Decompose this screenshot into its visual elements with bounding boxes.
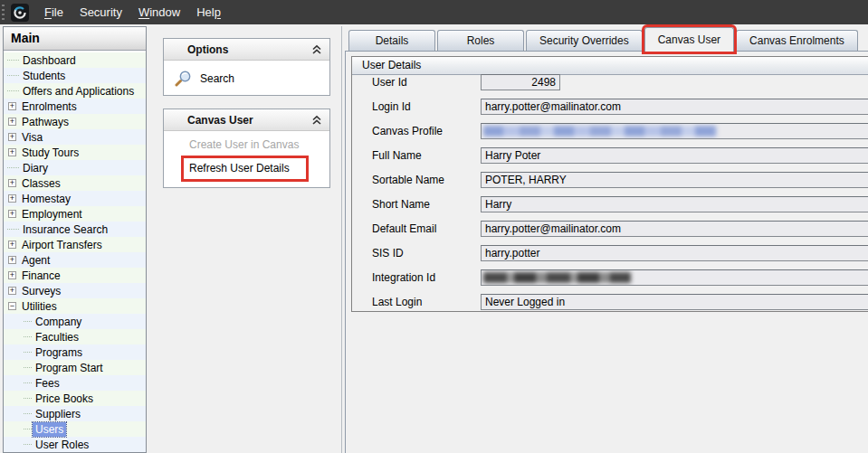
menu-bar: FileSecurityWindowHelp: [0, 0, 868, 24]
tab-details[interactable]: Details: [348, 30, 435, 52]
tree-item-label: Employment: [19, 207, 85, 222]
tab-strip: DetailsRolesSecurity OverridesCanvas Use…: [348, 27, 868, 52]
full-name-label: Full Name: [372, 149, 422, 162]
short-name-input[interactable]: Harry: [481, 196, 868, 212]
collapse-icon[interactable]: −: [8, 302, 16, 310]
expand-icon[interactable]: +: [8, 194, 16, 203]
tree-connector: [7, 229, 19, 230]
tree-item-visa[interactable]: +Visa: [4, 129, 146, 145]
tab-security-overrides[interactable]: Security Overrides: [526, 30, 643, 52]
menu-window[interactable]: Window: [130, 2, 188, 23]
tree-item-insurance-search[interactable]: Insurance Search: [4, 222, 146, 237]
tree-item-offers-and-applications[interactable]: Offers and Applications: [4, 83, 146, 99]
search-action[interactable]: Search: [164, 61, 329, 95]
tree-connector: [24, 352, 32, 353]
tab-roles[interactable]: Roles: [437, 30, 524, 52]
tree-item-program-start[interactable]: Program Start: [4, 360, 146, 375]
integration-id-redacted-value: [483, 272, 631, 283]
tree-item-label: Utilities: [19, 299, 60, 314]
tree-item-students[interactable]: Students: [4, 68, 146, 83]
collapse-chevron-icon[interactable]: [311, 115, 322, 126]
login-id-input[interactable]: harry.potter@mailinator.com: [481, 99, 868, 115]
tree-connector: [24, 398, 32, 399]
app-logo-icon[interactable]: [11, 4, 29, 22]
tree-item-label: Surveys: [19, 284, 63, 298]
expand-icon[interactable]: +: [8, 179, 16, 187]
user-details-group-title: User Details: [352, 57, 868, 75]
expand-icon[interactable]: +: [8, 287, 16, 295]
tree-item-airport-transfers[interactable]: +Airport Transfers: [4, 237, 146, 252]
tree-item-finance[interactable]: +Finance: [4, 268, 146, 283]
tree-connector: [7, 75, 19, 76]
user-id-label: User Id: [372, 76, 407, 89]
tree-item-users[interactable]: Users: [4, 421, 146, 437]
menu-file[interactable]: File: [36, 2, 72, 23]
tree-item-homestay[interactable]: +Homestay: [4, 191, 146, 206]
application-window: FileSecurityWindowHelp Main DashboardStu…: [0, 0, 868, 453]
tree-item-utilities[interactable]: −Utilities: [4, 298, 146, 314]
tree-item-label: Study Tours: [19, 146, 81, 160]
canvas-user-actions: Create User in CanvasRefresh User Detail…: [164, 136, 329, 179]
tree-item-label: Airport Transfers: [19, 238, 105, 252]
tree-connector: [7, 167, 19, 168]
toolbar-grip[interactable]: [2, 5, 5, 20]
expand-icon[interactable]: +: [8, 133, 16, 141]
default-email-input[interactable]: harry.potter@mailinator.com: [481, 221, 868, 237]
short-name-label: Short Name: [372, 198, 430, 211]
tree-item-company[interactable]: Company: [4, 314, 146, 329]
sortable-name-input[interactable]: POTER, HARRY: [481, 172, 868, 188]
tree-item-label: Agent: [19, 253, 52, 268]
tree-item-agent[interactable]: +Agent: [4, 252, 146, 268]
navigation-tree: DashboardStudentsOffers and Applications…: [4, 51, 146, 452]
expand-icon[interactable]: +: [8, 148, 16, 156]
collapse-chevron-icon[interactable]: [311, 44, 322, 55]
expand-icon[interactable]: +: [8, 241, 16, 249]
tree-item-programs[interactable]: Programs: [4, 344, 146, 360]
tree-item-label: Insurance Search: [20, 222, 110, 237]
menu-security[interactable]: Security: [72, 2, 130, 23]
tree-item-label: Classes: [19, 176, 63, 191]
tree-item-user-roles[interactable]: User Roles: [4, 437, 146, 452]
tree-item-enrolments[interactable]: +Enrolments: [4, 99, 146, 114]
tab-canvas-user[interactable]: Canvas User: [644, 27, 734, 52]
tree-connector: [24, 444, 32, 445]
canvas-profile-redacted-value: [483, 126, 717, 137]
tree-item-surveys[interactable]: +Surveys: [4, 283, 146, 298]
login-id-label: Login Id: [372, 100, 411, 113]
integration-id-input[interactable]: [481, 269, 868, 286]
refresh-user-details-action[interactable]: Refresh User Details: [184, 158, 306, 179]
tree-item-fees[interactable]: Fees: [4, 375, 146, 391]
options-panel: Options Search: [163, 38, 330, 96]
menu-help[interactable]: Help: [188, 2, 229, 23]
tree-item-classes[interactable]: +Classes: [4, 175, 146, 191]
tree-item-pathways[interactable]: +Pathways: [4, 114, 146, 129]
canvas-user-panel-title: Canvas User: [187, 114, 253, 127]
tree-item-dashboard[interactable]: Dashboard: [4, 52, 146, 68]
expand-icon[interactable]: +: [8, 102, 16, 110]
full-name-input[interactable]: Harry Poter: [481, 147, 868, 164]
expand-icon[interactable]: +: [8, 118, 16, 126]
user-details-group: User Details User Id2498Login Idharry.po…: [351, 56, 868, 312]
integration-id-label: Integration Id: [372, 271, 435, 284]
last-login-input[interactable]: Never Logged in: [481, 294, 868, 310]
tree-item-diary[interactable]: Diary: [4, 160, 146, 175]
tree-item-price-books[interactable]: Price Books: [4, 391, 146, 406]
expand-icon[interactable]: +: [8, 256, 16, 264]
tree-item-employment[interactable]: +Employment: [4, 206, 146, 222]
tree-connector: [24, 429, 32, 429]
expand-icon[interactable]: +: [8, 271, 16, 279]
tree-item-suppliers[interactable]: Suppliers: [4, 406, 146, 421]
user-id-input[interactable]: 2498: [481, 74, 560, 90]
canvas-profile-input[interactable]: [481, 123, 868, 139]
tree-item-label: User Roles: [33, 438, 91, 452]
sis-id-input[interactable]: harry.potter: [481, 245, 868, 261]
tree-item-label: Dashboard: [20, 53, 79, 68]
tree-item-study-tours[interactable]: +Study Tours: [4, 145, 146, 160]
tree-item-label: Suppliers: [33, 407, 83, 421]
options-panel-title: Options: [187, 43, 228, 56]
tab-canvas-enrolments[interactable]: Canvas Enrolments: [736, 30, 858, 52]
tree-item-label: Students: [20, 69, 68, 83]
tree-item-faculties[interactable]: Faculties: [4, 329, 146, 344]
tree-connector: [7, 90, 19, 91]
expand-icon[interactable]: +: [8, 210, 16, 218]
